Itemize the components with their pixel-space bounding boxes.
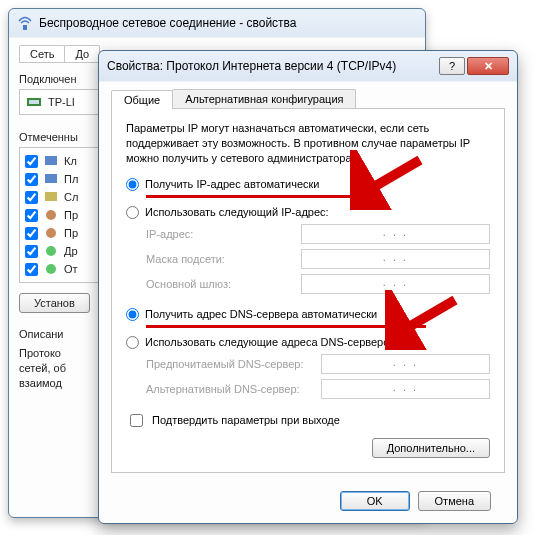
radio-ip-auto[interactable] (126, 178, 139, 191)
checkbox[interactable] (25, 227, 38, 240)
list-item-label: Пр (64, 227, 78, 239)
wireless-icon (17, 15, 33, 31)
dns-alt-label: Альтернативный DNS-сервер: (146, 383, 321, 395)
adapter-name: TP-LI (48, 96, 75, 108)
svg-rect-4 (45, 174, 57, 183)
gateway-input[interactable] (301, 274, 490, 294)
radio-dns-auto-label: Получить адрес DNS-сервера автоматически (145, 308, 377, 320)
highlight-ip-auto (146, 195, 376, 198)
validate-label: Подтвердить параметры при выходе (152, 414, 340, 426)
ipv4-properties-window: Свойства: Протокол Интернета версии 4 (T… (98, 50, 518, 524)
service-icon (43, 189, 59, 205)
ip-description: Параметры IP могут назначаться автоматич… (126, 121, 490, 166)
scheduler-icon (43, 171, 59, 187)
dns-alt-input[interactable] (321, 379, 490, 399)
ip-address-label: IP-адрес: (146, 228, 301, 240)
checkbox[interactable] (25, 173, 38, 186)
protocol-icon (43, 207, 59, 223)
advanced-button[interactable]: Дополнительно... (372, 438, 490, 458)
radio-ip-auto-label: Получить IP-адрес автоматически (145, 178, 319, 190)
svg-point-7 (46, 228, 56, 238)
front-title: Свойства: Протокол Интернета версии 4 (T… (107, 59, 396, 73)
checkbox[interactable] (25, 155, 38, 168)
dns-pref-label: Предпочитаемый DNS-сервер: (146, 358, 321, 370)
list-item-label: Пл (64, 173, 78, 185)
radio-dns-manual[interactable] (126, 336, 139, 349)
tab-alternate[interactable]: Альтернативная конфигурация (172, 89, 356, 108)
svg-rect-3 (45, 156, 57, 165)
ok-button[interactable]: OK (340, 491, 410, 511)
svg-point-9 (46, 264, 56, 274)
checkbox[interactable] (25, 209, 38, 222)
radio-ip-manual[interactable] (126, 206, 139, 219)
general-panel: Параметры IP могут назначаться автоматич… (111, 109, 505, 473)
svg-rect-5 (45, 192, 57, 201)
gateway-label: Основной шлюз: (146, 278, 301, 290)
client-icon (43, 153, 59, 169)
dns-pref-input[interactable] (321, 354, 490, 374)
driver-icon (43, 243, 59, 259)
subnet-mask-input[interactable] (301, 249, 490, 269)
tab-sharing[interactable]: До (64, 45, 100, 62)
tab-general[interactable]: Общие (111, 90, 173, 109)
responder-icon (43, 261, 59, 277)
checkbox[interactable] (25, 263, 38, 276)
validate-checkbox[interactable] (130, 414, 143, 427)
radio-dns-manual-label: Использовать следующие адреса DNS-сервер… (145, 336, 398, 348)
list-item-label: Пр (64, 209, 78, 221)
nic-icon (26, 94, 42, 110)
front-tab-bar: Общие Альтернативная конфигурация (111, 89, 505, 109)
back-titlebar: Беспроводное сетевое соединение - свойст… (9, 9, 425, 37)
list-item-label: Др (64, 245, 78, 257)
cancel-button[interactable]: Отмена (418, 491, 491, 511)
list-item-label: Кл (64, 155, 77, 167)
close-button[interactable]: ✕ (467, 57, 509, 75)
svg-point-8 (46, 246, 56, 256)
radio-dns-auto[interactable] (126, 308, 139, 321)
svg-rect-0 (23, 25, 27, 30)
help-button[interactable]: ? (439, 57, 465, 75)
checkbox[interactable] (25, 245, 38, 258)
ip-address-input[interactable] (301, 224, 490, 244)
install-button[interactable]: Установ (19, 293, 90, 313)
list-item-label: От (64, 263, 78, 275)
back-title: Беспроводное сетевое соединение - свойст… (39, 16, 297, 30)
mask-label: Маска подсети: (146, 253, 301, 265)
checkbox[interactable] (25, 191, 38, 204)
tab-network[interactable]: Сеть (19, 45, 65, 62)
list-item-label: Сл (64, 191, 78, 203)
protocol-icon (43, 225, 59, 241)
svg-point-6 (46, 210, 56, 220)
front-titlebar[interactable]: Свойства: Протокол Интернета версии 4 (T… (99, 51, 517, 81)
radio-ip-manual-label: Использовать следующий IP-адрес: (145, 206, 329, 218)
svg-rect-2 (29, 100, 39, 104)
highlight-dns-auto (146, 325, 426, 328)
